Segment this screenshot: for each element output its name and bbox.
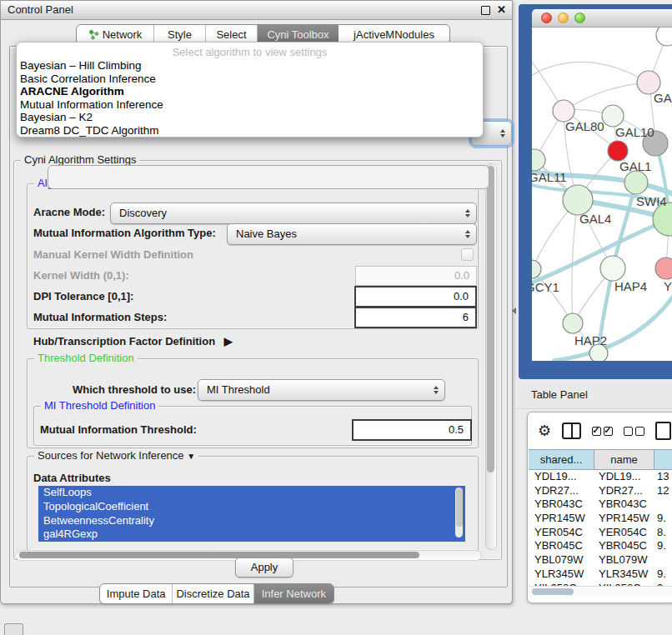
group-title: Sources for Network Inference [38,449,184,462]
tab-impute-data[interactable]: Impute Data [100,584,173,603]
close-icon[interactable]: ✕ [497,3,506,16]
table-row[interactable]: YDR27...YDR27...12 [529,484,672,498]
table-row[interactable]: YLR345WYLR345W9. [529,568,672,582]
mi-threshold-field[interactable]: 0.5 [352,419,472,441]
network-node[interactable] [608,141,628,161]
minimize-traffic-light-icon[interactable] [558,12,569,23]
table-cell: YBL079W [594,553,654,568]
attribute-list-item[interactable]: gal4RGexp [38,528,465,542]
mi-steps-field[interactable]: 6 [354,307,477,328]
mi-type-select[interactable]: Naive Bayes [227,223,477,245]
table-row[interactable]: YBR043CYBR043C [529,498,672,512]
kernel-width-label: Kernel Width (0,1): [33,269,129,282]
tab-label: Infer Network [262,584,326,603]
column-header-partial[interactable] [654,450,672,469]
apply-button[interactable]: Apply [235,558,293,578]
expand-right-icon: ▶ [224,335,233,348]
table-cell: 9. [654,539,672,553]
network-window-titlebar [532,9,672,28]
select-all-columns-icon[interactable] [592,427,613,436]
network-node-label: GCY1 [532,280,559,294]
deselect-all-columns-icon[interactable] [624,427,644,436]
table-horizontal-scrollbar[interactable] [529,586,672,597]
table-cell: 13 [654,470,672,484]
combobox-stepper-icon [500,129,505,138]
table-cell: 9. [654,512,672,526]
minimized-panel-button[interactable] [4,623,23,635]
tab-infer-network[interactable]: Infer Network [254,584,333,603]
splitter-handle-icon[interactable] [512,308,516,314]
close-traffic-light-icon[interactable] [541,12,552,23]
hidden-combobox-fragment[interactable] [48,165,489,189]
sources-group-toggle[interactable]: Sources for Network Inference ▼ [34,449,198,462]
network-node[interactable] [563,313,583,333]
table-cell: YER054C [594,526,654,540]
table-row[interactable]: YBR045CYBR045C9. [529,539,672,553]
attributes-list-scrollbar[interactable] [455,488,463,538]
column-header-name[interactable]: name [594,450,654,469]
float-window-icon[interactable] [481,6,490,15]
control-panel-titlebar: Control Panel ✕ [1,1,512,20]
combobox-stepper-icon [465,230,470,238]
network-canvas[interactable]: GALGAL80GAL10GAL11GAL1GAL4SWI4GCY1HAP4YH… [532,28,672,361]
algorithm-option[interactable]: Basic Correlation Inference [17,72,483,86]
table-cell: YPR145W [529,512,594,526]
aracne-mode-select[interactable]: Discovery [110,202,477,224]
tab-discretize-data[interactable]: Discretize Data [173,584,253,603]
network-view-window: GALGAL80GAL10GAL11GAL1GAL4SWI4GCY1HAP4YH… [519,4,672,379]
table-row[interactable]: YER054CYER054C8. [529,526,672,540]
algorithm-option[interactable]: Mutual Information Inference [17,98,483,112]
bottom-tabbar: Impute Data Discretize Data Infer Networ… [99,583,334,604]
dpi-tolerance-field[interactable]: 0.0 [354,286,477,308]
column-header-shared-name[interactable]: shared... [529,450,594,469]
settings-vertical-scrollbar[interactable] [485,163,497,550]
table-cell: YBR043C [594,498,654,512]
attribute-list-item[interactable]: BetweennessCentrality [38,514,465,528]
columns-icon[interactable] [562,422,581,439]
mi-threshold-label: Mutual Information Threshold: [40,423,197,436]
gear-icon[interactable]: ⚙ [538,423,551,438]
network-node[interactable] [602,105,624,127]
manual-kernel-checkbox[interactable] [461,248,474,261]
network-node-label: GAL4 [579,212,611,226]
kernel-width-field[interactable]: 0.0 [355,266,477,286]
table-cell [654,553,672,568]
network-node[interactable] [563,185,593,215]
which-threshold-select[interactable]: MI Threshold [198,379,445,401]
table-cell: YPR145W [594,512,654,526]
table-header-row: shared... name [529,449,672,470]
which-threshold-label: Which threshold to use: [73,383,196,396]
table-cell: YDR27... [529,484,594,498]
table-row[interactable]: YDL19...YDL19...13 [529,470,672,484]
network-node-label: HAP4 [614,279,647,293]
attribute-list-item[interactable]: TopologicalCoefficient [38,500,465,514]
attribute-list-item[interactable]: SelfLoops [38,486,465,500]
network-node[interactable] [624,171,648,194]
table-cell: YDL19... [529,470,594,484]
network-node[interactable] [656,28,672,46]
export-table-icon[interactable] [655,422,671,440]
table-cell: 8. [654,526,672,540]
mi-type-label: Mutual Information Algorithm Type: [33,227,216,239]
network-node-label: GAL1 [619,159,651,173]
algorithm-option[interactable]: Dream8 DC_TDC Algorithm [17,124,483,138]
table-row[interactable]: YBL079WYBL079W [529,553,672,568]
algorithm-placeholder: Select algorithm to view settings [17,45,483,59]
algorithm-option[interactable]: Bayesian – K2 [17,111,483,124]
zoom-traffic-light-icon[interactable] [574,12,585,23]
table-cell: YBR045C [594,539,654,553]
table-cell: 12 [654,484,672,498]
table-cell: YBR045C [529,539,594,553]
algorithm-options: Bayesian – Hill ClimbingBasic Correlatio… [17,59,483,138]
algorithm-option[interactable]: Bayesian – Hill Climbing [17,59,483,72]
algorithm-option[interactable]: ARACNE Algorithm [17,85,483,98]
collapse-down-icon: ▼ [187,452,195,461]
network-node[interactable] [600,256,625,281]
table-panel-header: Table Panel [515,382,672,409]
data-attributes-list[interactable]: SelfLoopsTopologicalCoefficientBetweenne… [38,486,465,542]
network-node[interactable] [655,258,672,279]
table-cell: YLR345W [529,568,594,582]
hub-definition-toggle[interactable]: Hub/Transcription Factor Definition ▶ [33,335,233,348]
table-row[interactable]: YPR145WYPR145W9. [529,512,672,526]
network-node[interactable] [532,260,541,278]
